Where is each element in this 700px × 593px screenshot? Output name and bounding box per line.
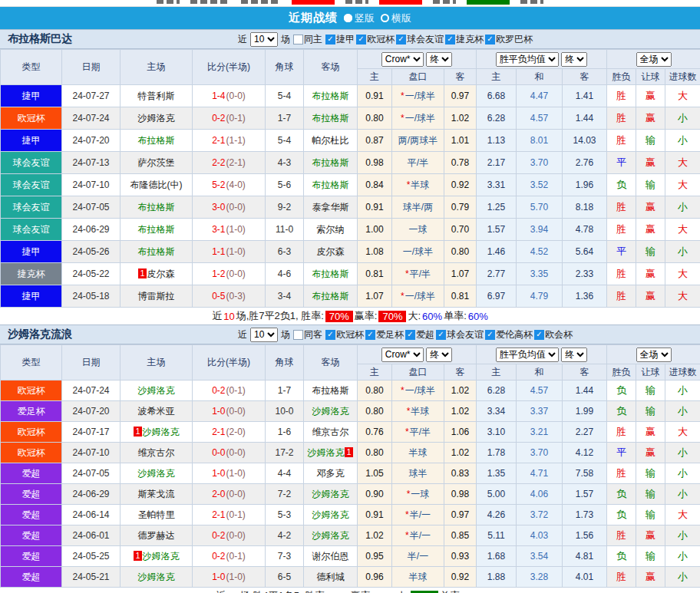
checkbox-icon[interactable]: ✓ [534,330,544,340]
away-team-cell: 布拉格斯 [304,381,358,401]
checkbox-icon[interactable]: ✓ [436,330,446,340]
radio-unselected-icon[interactable] [381,14,389,22]
away-team-cell: 泰拿华斯 [304,196,358,219]
filter-bar: 近 10 场 同主 ✓捷甲✓欧冠杯✓球会友谊✓捷克杯✓欧罗巴杯 [238,32,533,47]
result-goals: 小 [665,484,700,505]
eu-away-odds: 1.56 [563,525,607,546]
sub-header-handicap: 让球 [636,364,665,381]
result-goals: 大 [665,505,700,525]
handicap-text: 平/半 [410,268,431,279]
checkbox-icon[interactable] [293,330,303,340]
eu-draw-odds: 3.37 [517,401,563,422]
halftime-score: (2-1) [226,157,246,168]
match-score-cell: 0-2(0-0) [193,525,266,546]
summary-segment: 70% [325,311,353,322]
result-wdl: 胜 [607,285,636,308]
result-goals: 小 [665,381,700,401]
handicap-text: 一球 [409,224,428,235]
match-row: 爱超24-07-05沙姆洛克1-0(1-0)4-4邓多克1.05球半0.831.… [1,463,700,484]
competition-checkbox[interactable]: ✓捷克杯 [445,33,484,46]
ah-away-odds: 0.85 [444,525,477,546]
checkbox-icon[interactable] [293,35,303,44]
europe-odds-select[interactable]: 胜平负均值 [496,52,559,67]
scope-select[interactable]: 全场 [636,348,672,362]
eu-draw-odds: 4.57 [517,381,563,401]
competition-checkbox[interactable]: ✓爱足杯 [365,328,404,341]
handicap-text: 半球 [409,572,428,582]
record-summary: 近10场,胜4平1负5, 胜率:40% 赢率:40% 小:80% 单率:50% [0,588,700,593]
radio-selected-icon[interactable] [344,14,352,22]
competition-checkbox[interactable]: ✓欧会杯 [534,328,573,341]
competition-checkbox[interactable]: ✓球会友谊 [436,328,484,341]
home-team-name: 沙姆洛克 [138,385,175,396]
match-date: 24-07-20 [62,401,121,422]
line-change-star: * [405,509,409,520]
result-handicap: 赢 [636,196,665,219]
ah-away-odds: 1.02 [444,107,477,130]
away-team-name: 德利城 [317,572,345,582]
away-team-cell: 邓多克 [304,463,358,484]
competition-badge: 欧冠杯 [1,107,62,130]
same-venue-checkbox[interactable]: 同客 [293,328,322,341]
result-wdl: 胜 [607,85,636,107]
ah-handicap-line: 一/球半 [392,241,444,263]
checkbox-icon[interactable]: ✓ [356,35,366,44]
competition-checkbox[interactable]: ✓欧冠杯 [325,328,364,341]
competition-checkbox[interactable]: ✓欧罗巴杯 [485,33,533,46]
view-option-horizontal[interactable]: 横版 [381,12,411,25]
checkbox-icon[interactable]: ✓ [365,330,375,340]
fulltime-score: 3-0 [212,202,225,212]
bookmaker-select[interactable]: Crow* [381,348,424,362]
competition-checkbox[interactable]: ✓爱伦高杯 [485,328,533,341]
summary-segment: 赢率: [351,589,374,593]
bookmaker-select[interactable]: Crow* [381,52,424,67]
line-change-star: * [401,91,404,101]
competition-checkbox[interactable]: ✓捷甲 [325,33,355,46]
match-date: 24-07-20 [62,130,121,152]
eu-draw-odds: 3.94 [517,219,563,241]
checkbox-icon[interactable]: ✓ [445,35,455,44]
fulltime-score: 0-2 [212,113,225,124]
checkbox-icon[interactable]: ✓ [325,35,335,44]
competition-checkbox[interactable]: ✓欧冠杯 [356,33,395,46]
corner-score: 3-4 [266,285,304,308]
games-count-select[interactable]: 10 [250,328,278,342]
away-team-cell: 沙姆洛克1 [304,443,358,463]
ah-final-select[interactable]: 终 [426,348,452,362]
eu-final-select[interactable]: 终 [561,348,587,362]
away-team-name: 沙姆洛克 [312,509,349,520]
col-header-date: 日期 [62,50,121,85]
match-date: 24-05-18 [62,285,121,308]
result-goals: 大 [665,422,700,443]
ah-final-select[interactable]: 终 [426,52,452,67]
fulltime-score: 1-0 [212,572,225,582]
view-option-vertical[interactable]: 竖版 [344,12,375,25]
eu-final-select[interactable]: 终 [561,52,587,67]
fulltime-score: 3-1 [212,224,225,235]
competition-checkbox[interactable]: ✓球会友谊 [396,33,444,46]
competition-checkbox[interactable]: ✓爱超 [405,328,434,341]
checkbox-icon[interactable]: ✓ [405,330,415,340]
europe-odds-select[interactable]: 胜平负均值 [496,348,559,362]
same-venue-checkbox[interactable]: 同主 [293,33,322,46]
scope-select[interactable]: 全场 [636,52,672,67]
checkbox-icon[interactable]: ✓ [485,330,495,340]
competition-label: 欧冠杯 [367,33,395,46]
checkbox-icon[interactable]: ✓ [396,35,406,44]
match-date: 24-06-29 [62,219,121,241]
competition-badge: 爱超 [1,567,62,588]
corner-score: 17-2 [266,443,304,463]
team-section-shamrock: 沙姆洛克流浪 近 10 场 同客 ✓欧冠杯✓爱足杯✓爱超✓球会友谊✓爱伦高杯✓欧… [0,325,700,593]
handicap-text: 半球 [409,447,428,458]
summary-segment: 80% [411,591,438,593]
ah-home-odds: 0.80 [358,443,392,463]
team-section-sparta: 布拉格斯巴达 近 10 场 同主 ✓捷甲✓欧冠杯✓球会友谊✓捷克杯✓欧罗巴杯 类… [0,29,700,325]
checkbox-icon[interactable]: ✓ [485,35,495,44]
checkbox-icon[interactable]: ✓ [325,330,335,340]
handicap-text: 半球 [411,180,429,190]
legend-red-swatch [379,0,422,5]
sub-header-eu-away: 客 [563,69,607,85]
halftime-score: (0-0) [226,406,246,417]
match-score-cell: 0-5(0-3) [193,285,266,308]
games-count-select[interactable]: 10 [250,32,278,47]
